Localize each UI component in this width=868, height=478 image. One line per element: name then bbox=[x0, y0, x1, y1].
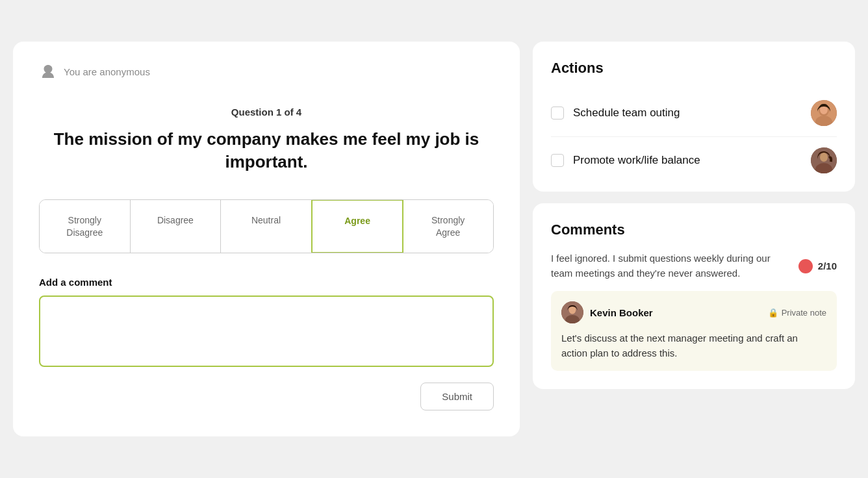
comment-meta: I feel ignored. I submit questions weekl… bbox=[551, 251, 837, 281]
submit-row: Submit bbox=[39, 383, 494, 410]
comment-label: Add a comment bbox=[39, 277, 494, 288]
comment-input[interactable] bbox=[39, 296, 494, 367]
private-note-username: Kevin Booker bbox=[590, 307, 653, 318]
likert-scale: Strongly Disagree Disagree Neutral Agree… bbox=[39, 199, 494, 253]
comments-card: Comments I feel ignored. I submit questi… bbox=[533, 203, 855, 389]
private-note-card: Kevin Booker 🔒 Private note Let's discus… bbox=[551, 291, 837, 371]
action-item-1: Schedule team outing bbox=[551, 90, 837, 137]
private-note-header: Kevin Booker 🔒 Private note bbox=[561, 301, 826, 323]
action-checkbox-1[interactable] bbox=[551, 107, 564, 120]
question-text: The mission of my company makes me feel … bbox=[39, 128, 494, 173]
private-note-user: Kevin Booker bbox=[561, 301, 653, 323]
sentiment-score: 2/10 bbox=[818, 260, 837, 271]
sentiment-dot bbox=[798, 259, 813, 273]
option-disagree[interactable]: Disagree bbox=[131, 200, 222, 252]
option-strongly-agree[interactable]: Strongly Agree bbox=[403, 200, 493, 252]
action-item-2: Promote work/life balance bbox=[551, 137, 837, 173]
option-agree[interactable]: Agree bbox=[311, 199, 404, 253]
option-neutral[interactable]: Neutral bbox=[221, 200, 312, 252]
actions-title: Actions bbox=[551, 60, 837, 77]
private-note-label: Private note bbox=[782, 308, 826, 318]
anonymous-icon bbox=[39, 62, 57, 81]
anonymous-text: You are anonymous bbox=[64, 66, 150, 77]
comment-body: I feel ignored. I submit questions weekl… bbox=[551, 251, 789, 281]
right-panel: Actions Schedule team outing bbox=[533, 42, 855, 436]
private-note-body: Let's discuss at the next manager meetin… bbox=[561, 331, 826, 360]
sentiment-badge: 2/10 bbox=[798, 259, 837, 273]
action-checkbox-2[interactable] bbox=[551, 154, 564, 167]
private-label: 🔒 Private note bbox=[768, 308, 826, 318]
question-counter: Question 1 of 4 bbox=[39, 107, 494, 118]
option-strongly-disagree[interactable]: Strongly Disagree bbox=[40, 200, 131, 252]
avatar-2 bbox=[811, 147, 837, 173]
action-label-2: Promote work/life balance bbox=[573, 154, 802, 167]
comments-title: Comments bbox=[551, 221, 837, 238]
action-label-1: Schedule team outing bbox=[573, 107, 802, 120]
svg-point-6 bbox=[820, 153, 828, 162]
lock-icon: 🔒 bbox=[768, 308, 778, 318]
survey-panel: You are anonymous Question 1 of 4 The mi… bbox=[13, 42, 520, 436]
avatar-1 bbox=[811, 100, 837, 126]
anonymous-header: You are anonymous bbox=[39, 62, 494, 81]
actions-card: Actions Schedule team outing bbox=[533, 42, 855, 192]
submit-button[interactable]: Submit bbox=[420, 383, 494, 410]
avatar-kevin bbox=[561, 301, 583, 323]
